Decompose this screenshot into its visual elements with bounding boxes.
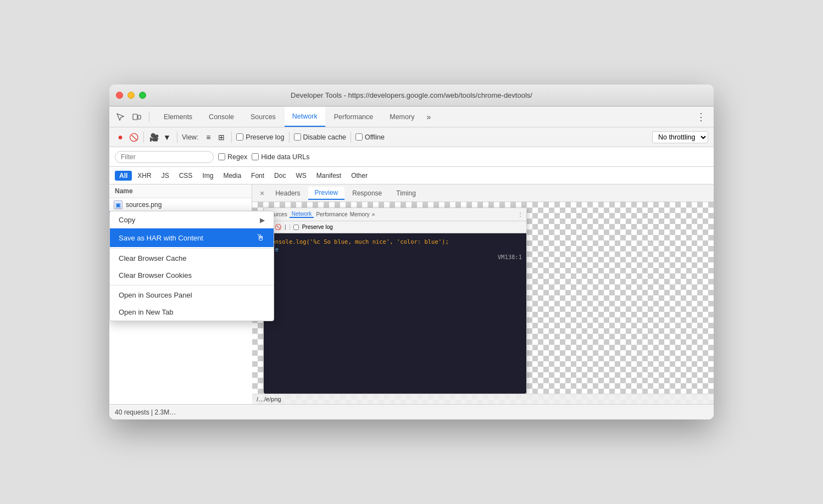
preserve-log-checkbox[interactable] [236, 133, 243, 141]
ctx-open-sources-label: Open in Sources Panel [119, 291, 265, 299]
filter-type-img[interactable]: Img [198, 171, 218, 181]
ctx-clear-cache-label: Clear Browser Cache [119, 254, 265, 262]
devtools-content: Elements Console Sources Network Perform… [109, 107, 714, 419]
file-name: sources.png [126, 201, 162, 209]
toolbar-divider-1 [143, 132, 144, 143]
file-item-sources-png[interactable]: ▣ sources.png [109, 198, 252, 211]
inner-devtools-screenshot: Sources Network Performance Memory » ⋮ ●… [263, 208, 527, 394]
main-area: Name ▣ sources.png ▣ console.png ▣ eleme… [109, 184, 714, 404]
tab-console[interactable]: Console [201, 107, 242, 127]
toolbar-divider-2 [177, 132, 177, 143]
offline-checkbox[interactable] [355, 133, 363, 141]
filter-type-ws[interactable]: WS [291, 171, 310, 181]
hide-data-urls-label: Hide data URLs [261, 153, 309, 161]
tab-bar: Elements Console Sources Network Perform… [109, 107, 714, 127]
preview-url-bar: /…/e/png [252, 394, 714, 404]
preview-tab-timing[interactable]: Timing [390, 187, 422, 199]
traffic-lights [116, 92, 146, 99]
toolbar-divider-4 [289, 132, 290, 143]
regex-checkbox[interactable] [218, 153, 225, 160]
tab-sources[interactable]: Sources [243, 107, 283, 127]
filter-type-font[interactable]: Font [247, 171, 269, 181]
ctx-divider-2 [110, 285, 274, 285]
filter-type-all[interactable]: All [115, 171, 132, 181]
offline-group[interactable]: Offline [355, 133, 385, 141]
hide-data-urls-group[interactable]: Hide data URLs [252, 153, 309, 161]
tree-view-icon[interactable]: ⊞ [216, 132, 227, 143]
filter-type-xhr[interactable]: XHR [133, 171, 155, 181]
ctx-clear-cookies-label: Clear Browser Cookies [119, 271, 265, 279]
preview-tab-headers[interactable]: Headers [269, 187, 307, 199]
list-view-icon[interactable]: ≡ [203, 132, 214, 143]
throttle-select[interactable]: No throttling [652, 131, 708, 143]
ctx-open-new-tab-label: Open in New Tab [119, 308, 265, 316]
device-mode-icon[interactable] [130, 111, 143, 122]
status-bar: 40 requests | 2.3M… [109, 404, 714, 419]
network-toolbar: ● 🚫 🎥 ▼ View: ≡ ⊞ Preserve log Disable c… [109, 127, 714, 147]
preview-content: Sources Network Performance Memory » ⋮ ●… [252, 202, 714, 404]
tab-performance[interactable]: Performance [326, 107, 381, 127]
preview-tab-bar: × Headers Preview Response Timing [252, 184, 714, 202]
offline-label: Offline [365, 133, 385, 141]
disable-cache-label: Disable cache [303, 133, 347, 141]
status-text: 40 requests | 2.3M… [115, 408, 176, 416]
preview-url-text: /…/e/png [257, 396, 281, 402]
preview-close-button[interactable]: × [257, 188, 268, 199]
filter-input[interactable] [115, 151, 214, 163]
svg-rect-0 [133, 114, 137, 120]
regex-label: Regex [227, 153, 247, 161]
view-label: View: [182, 133, 198, 141]
inspect-icon[interactable] [114, 111, 127, 122]
svg-rect-1 [138, 115, 141, 119]
close-button[interactable] [116, 92, 123, 99]
preview-tab-preview[interactable]: Preview [308, 187, 345, 200]
toolbar-divider-5 [351, 132, 351, 143]
file-list-header: Name [109, 184, 252, 198]
preview-pane: × Headers Preview Response Timing Source… [252, 184, 714, 404]
ctx-copy-label: Copy [119, 216, 260, 224]
minimize-button[interactable] [127, 92, 135, 99]
ctx-cursor: 🖱 [256, 233, 265, 243]
ctx-clear-cache[interactable]: Clear Browser Cache [110, 250, 274, 267]
ctx-open-sources[interactable]: Open in Sources Panel [110, 287, 274, 304]
toolbar-divider-3 [231, 132, 232, 143]
filter-type-media[interactable]: Media [219, 171, 246, 181]
code-line-2: < e [268, 245, 522, 253]
filter-type-js[interactable]: JS [157, 171, 174, 181]
disable-cache-group[interactable]: Disable cache [294, 133, 347, 141]
img-icon: ▣ [114, 200, 123, 209]
tab-toolbar-icons [114, 111, 149, 122]
stop-icon[interactable]: 🚫 [128, 132, 139, 143]
filter-type-manifest[interactable]: Manifest [312, 171, 346, 181]
ctx-save-har[interactable]: Save as HAR with Content 🖱 [110, 228, 274, 247]
filter-type-css[interactable]: CSS [175, 171, 197, 181]
file-list-wrapper: Name ▣ sources.png ▣ console.png ▣ eleme… [109, 184, 252, 404]
title-bar: Developer Tools - https://developers.goo… [109, 85, 714, 107]
ctx-open-new-tab[interactable]: Open in New Tab [110, 304, 274, 321]
devtools-window: Developer Tools - https://developers.goo… [109, 85, 714, 419]
camera-icon[interactable]: 🎥 [148, 132, 159, 143]
ctx-clear-cookies[interactable]: Clear Browser Cookies [110, 267, 274, 284]
preserve-log-label: Preserve log [246, 133, 284, 141]
record-button[interactable]: ● [115, 132, 126, 143]
hide-data-urls-checkbox[interactable] [252, 153, 259, 160]
disable-cache-checkbox[interactable] [294, 133, 301, 141]
filter-type-doc[interactable]: Doc [270, 171, 290, 181]
devtools-menu-button[interactable]: ⋮ [693, 110, 709, 124]
filter-bar: Regex Hide data URLs [109, 147, 714, 167]
tab-network[interactable]: Network [285, 107, 325, 127]
maximize-button[interactable] [139, 92, 146, 99]
code-line-1: console.log('%c So blue, much nice', 'co… [268, 238, 522, 245]
code-line-3: VM138:1 [268, 253, 522, 254]
window-title: Developer Tools - https://developers.goo… [291, 91, 532, 99]
tab-elements[interactable]: Elements [156, 107, 200, 127]
preserve-log-group[interactable]: Preserve log [236, 133, 284, 141]
preview-tab-response[interactable]: Response [346, 187, 388, 199]
tab-memory[interactable]: Memory [382, 107, 422, 127]
filter-icon[interactable]: ▼ [162, 132, 173, 143]
inner-preserve-log-label: Preserve log [302, 224, 333, 230]
ctx-copy[interactable]: Copy ▶ [110, 211, 274, 228]
filter-type-other[interactable]: Other [347, 171, 372, 181]
regex-group[interactable]: Regex [218, 153, 247, 161]
more-tabs-button[interactable]: » [423, 110, 434, 124]
